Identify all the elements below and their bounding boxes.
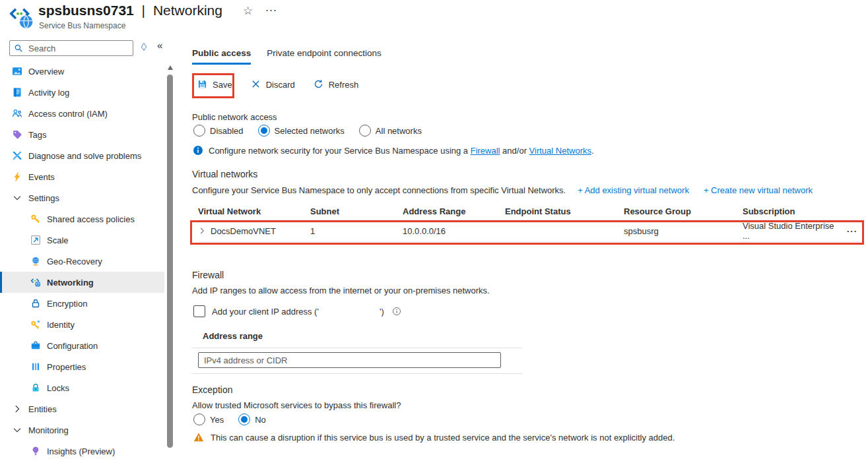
sidebar-item-activity-log[interactable]: Activity log (0, 82, 164, 103)
chevron-right-icon (12, 404, 22, 414)
selected-networks-radio-circle[interactable] (258, 125, 270, 137)
overview-icon (12, 66, 22, 77)
sidebar-item-insights-preview[interactable]: Insights (Preview) (0, 441, 164, 461)
column-header-address-range: Address Range (403, 206, 505, 216)
add-client-ip-checkbox[interactable] (193, 305, 205, 317)
scrollbar-up-arrow-icon[interactable] (168, 65, 173, 70)
all-networks-radio-label: All networks (376, 126, 422, 136)
info-text-prefix: Configure network security for your Serv… (209, 146, 471, 156)
scrollbar-thumb[interactable] (167, 75, 173, 448)
table-row[interactable]: DocsDemoVNET110.0.0.0/16spsbusrgVisual S… (198, 220, 865, 242)
column-header-subnet: Subnet (310, 206, 403, 216)
expand-chevron-icon[interactable] (198, 227, 206, 235)
sidebar-item-properties[interactable]: Properties (0, 356, 164, 377)
yes-radio[interactable]: Yes (193, 414, 224, 425)
disabled-radio-circle[interactable] (193, 125, 205, 137)
firewall-description: Add IP ranges to allow access from the i… (192, 286, 490, 295)
exception-heading: Exception (192, 384, 232, 395)
sidebar-item-label: Monitoring (28, 425, 69, 435)
warning-triangle-icon (193, 432, 204, 443)
search-icon (14, 44, 23, 53)
scale-icon (30, 235, 41, 245)
exception-question: Allow trusted Microsoft services to bypa… (192, 400, 401, 410)
warning-text: This can cause a disruption if this serv… (211, 433, 675, 443)
sidebar-item-entities[interactable]: Entities (0, 398, 164, 419)
sidebar-item-locks[interactable]: Locks (0, 377, 164, 398)
no-radio-label: No (255, 415, 266, 425)
sidebar-item-shared-access-policies[interactable]: Shared access policies (0, 208, 164, 230)
favorite-star-icon[interactable]: ☆ (243, 4, 253, 18)
key-icon (30, 214, 41, 224)
divider (191, 373, 523, 374)
virtual-networks-link[interactable]: Virtual Networks (529, 146, 591, 156)
firewall-link[interactable]: Firewall (471, 146, 500, 156)
discard-label: Discard (266, 80, 295, 90)
sidebar-item-settings[interactable]: Settings (0, 187, 164, 208)
tab-public-access[interactable]: Public access (192, 48, 251, 65)
all-networks-radio[interactable]: All networks (359, 125, 422, 137)
sidebar-item-configuration[interactable]: Configuration (0, 335, 164, 356)
row-context-menu-icon[interactable]: ··· (840, 226, 865, 236)
sidebar-item-label: Settings (28, 193, 59, 203)
collapse-sidebar-icon[interactable]: « (157, 40, 162, 51)
sidebar-item-label: Encryption (47, 299, 87, 309)
sidebar-item-label: Activity log (28, 88, 69, 98)
yes-radio-circle[interactable] (193, 414, 205, 425)
search-input[interactable] (27, 43, 129, 54)
all-networks-radio-circle[interactable] (359, 125, 371, 137)
sidebar-item-label: Tags (28, 130, 46, 140)
sidebar-item-diagnose-and-solve-problems[interactable]: Diagnose and solve problems (0, 145, 164, 166)
sidebar-search[interactable] (9, 40, 133, 56)
virtual-network-links: + Add existing virtual network + Create … (578, 185, 813, 195)
sidebar-nav: OverviewActivity logAccess control (IAM)… (0, 61, 164, 461)
title-pipe: | (142, 3, 145, 18)
chevron-down-icon (12, 425, 22, 435)
refresh-icon (314, 79, 324, 90)
sidebar-item-geo-recovery[interactable]: Geo-Recovery (0, 251, 164, 272)
add-existing-vnet-link[interactable]: + Add existing virtual network (578, 185, 689, 195)
content-tabs: Public access Private endpoint connectio… (192, 48, 382, 65)
sidebar-scrollbar[interactable] (166, 61, 174, 461)
geo-recovery-icon (30, 256, 41, 266)
save-button[interactable]: Save (197, 79, 232, 90)
sidebar-item-scale[interactable]: Scale (0, 230, 164, 251)
sidebar-item-label: Properties (47, 362, 86, 372)
add-client-ip-row: Add your client IP address (' ') (193, 305, 401, 317)
sidebar-item-label: Diagnose and solve problems (28, 151, 141, 161)
disabled-radio[interactable]: Disabled (193, 125, 244, 137)
discard-button[interactable]: Discard (251, 79, 295, 90)
refresh-button[interactable]: Refresh (314, 79, 359, 90)
sidebar-item-tags[interactable]: Tags (0, 124, 164, 145)
pin-diamond-icon[interactable] (139, 42, 149, 51)
address-range-input[interactable] (198, 352, 501, 368)
no-radio-circle[interactable] (238, 414, 250, 425)
sidebar-item-identity[interactable]: Identity (0, 314, 164, 335)
sidebar-item-monitoring[interactable]: Monitoring (0, 419, 164, 441)
events-icon (12, 171, 22, 182)
save-label: Save (213, 80, 232, 90)
info-text-suffix: . (591, 146, 594, 156)
sidebar-item-label: Identity (47, 320, 75, 330)
no-radio[interactable]: No (238, 414, 266, 425)
sidebar-item-overview[interactable]: Overview (0, 61, 164, 82)
page-title: spsbusns0731 | Networking (38, 3, 222, 18)
create-new-vnet-link[interactable]: + Create new virtual network (704, 185, 813, 195)
access-control-icon (12, 108, 22, 119)
sidebar-item-access-control-iam[interactable]: Access control (IAM) (0, 103, 164, 124)
command-bar: Save Discard Refresh (197, 79, 358, 90)
discard-x-icon (251, 79, 261, 90)
diagnose-icon (12, 150, 22, 161)
sidebar-item-events[interactable]: Events (0, 166, 164, 187)
sidebar-item-label: Insights (Preview) (47, 446, 115, 456)
locks-icon (30, 383, 41, 393)
selected-networks-radio[interactable]: Selected networks (258, 125, 345, 137)
client-ip-info-icon[interactable] (392, 307, 401, 316)
more-menu-icon[interactable]: … (265, 0, 278, 15)
column-header-resource-group: Resource Group (624, 206, 743, 216)
warning-banner: This can cause a disruption if this serv… (193, 432, 675, 443)
disabled-radio-label: Disabled (210, 126, 244, 136)
identity-icon (30, 319, 41, 330)
sidebar-item-networking[interactable]: Networking (0, 272, 164, 293)
sidebar-item-encryption[interactable]: Encryption (0, 293, 164, 314)
tab-private-endpoint-connections[interactable]: Private endpoint connections (267, 48, 381, 65)
